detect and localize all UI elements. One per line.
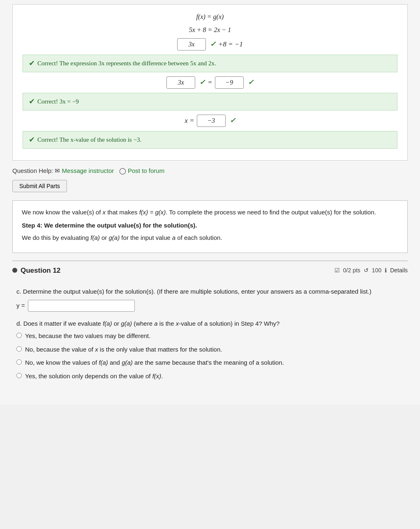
check-4: ✓ (230, 115, 235, 126)
attempts-icon: ↺ (364, 266, 369, 275)
radio-label-3: No, we know the values of f(a) and g(a) … (25, 358, 284, 368)
equation-2: 5x + 8 = 2x − 1 (23, 25, 397, 35)
post-to-forum-link[interactable]: Post to forum (128, 167, 164, 174)
correct2-text: Correct! 3x = −9 (37, 97, 79, 106)
question-meta: ☑ 0/2 pts ↺ 100 ℹ Details (335, 266, 408, 275)
message-icon: ✉ (55, 167, 60, 174)
check-1: ✓ (210, 39, 216, 50)
equation-1: f(x) = g(x) (23, 12, 397, 22)
eq2-text: 5x + 8 = 2x − 1 (189, 26, 231, 33)
question-12-body: c. Determine the output value(s) for the… (12, 287, 408, 381)
check-icon-3: ✔ (29, 134, 35, 145)
info-para2: We do this by evaluating f(a) or g(a) fo… (22, 233, 398, 243)
radio-4[interactable] (16, 373, 22, 378)
question-help-label: Question Help: (12, 167, 53, 174)
edit-icon: ☑ (335, 266, 340, 275)
radio-option-2[interactable]: No, because the value of x is the only v… (16, 345, 404, 354)
check-2: ✓ (199, 77, 205, 88)
question-bullet (12, 268, 17, 273)
radio-option-4[interactable]: Yes, the solution only depends on the va… (16, 372, 404, 381)
equation-row-3x-neg9: 3x ✓ = −9 ✓ (23, 76, 397, 89)
x-eq-label: x = (185, 115, 194, 126)
info-icon: ℹ (385, 266, 387, 275)
radio-option-3[interactable]: No, we know the values of f(a) and g(a) … (16, 358, 404, 368)
input-box-neg3: −3 (197, 115, 226, 127)
check-icon-2: ✔ (29, 96, 35, 107)
correct-banner-3: ✔ Correct! The x-value of the solution i… (23, 131, 397, 149)
radio-label-2: No, because the value of x is the only v… (25, 345, 222, 354)
question-12-header: Question 12 ☑ 0/2 pts ↺ 100 ℹ Details (12, 260, 408, 280)
part-c-label: c. Determine the output value(s) for the… (16, 287, 404, 297)
step-title: Step 4: We determine the output value(s)… (22, 221, 398, 230)
equation-row-x: x = −3 ✓ (23, 115, 397, 127)
details-link[interactable]: Details (390, 266, 408, 275)
part-d: d. Does it matter if we evaluate f(a) or… (16, 319, 404, 381)
check-3: ✓ (248, 77, 254, 88)
part-c: c. Determine the output value(s) for the… (16, 287, 404, 312)
radio-label-4: Yes, the solution only depends on the va… (25, 372, 163, 381)
info-box: We now know the value(s) of x that makes… (12, 200, 408, 253)
eq1-text: f(x) = g(x) (196, 13, 224, 20)
input-box-neg9: −9 (215, 76, 244, 89)
correct-banner-1: ✔ Correct! The expression 3x represents … (23, 55, 397, 72)
attempts-count: 100 (372, 266, 381, 275)
y-input[interactable] (28, 300, 135, 312)
message-instructor-link[interactable]: Message instructor (62, 167, 114, 174)
correct-banner-2: ✔ Correct! 3x = −9 (23, 93, 397, 110)
input-box-3x-2: 3x (166, 76, 195, 89)
eq3-middle: = (208, 77, 212, 88)
question-help-line: Question Help: ✉ Message instructor ◯ Po… (12, 166, 408, 176)
radio-option-1[interactable]: Yes, because the two values may be diffe… (16, 331, 404, 341)
submit-all-parts-button[interactable]: Submit All Parts (12, 180, 67, 192)
correct1-text: Correct! The expression 3x represents th… (37, 59, 216, 68)
radio-1[interactable] (16, 333, 22, 338)
radio-3[interactable] (16, 359, 22, 365)
question-number: Question 12 (21, 265, 60, 276)
post-icon: ◯ (119, 167, 126, 174)
question-title: Question 12 (12, 265, 60, 276)
page-container: f(x) = g(x) 5x + 8 = 2x − 1 3x ✓ +8 = −1… (0, 0, 420, 405)
part-d-label: d. Does it matter if we evaluate f(a) or… (16, 319, 404, 329)
equation-row-3x: 3x ✓ +8 = −1 (23, 38, 397, 51)
answer-y-line: y = (16, 300, 404, 312)
radio-label-1: Yes, because the two values may be diffe… (25, 331, 150, 341)
radio-2[interactable] (16, 346, 22, 352)
check-icon-1: ✔ (29, 58, 35, 69)
correct3-text: Correct! The x-value of the solution is … (37, 135, 141, 145)
math-steps-section: f(x) = g(x) 5x + 8 = 2x − 1 3x ✓ +8 = −1… (12, 4, 408, 161)
y-label: y = (16, 301, 25, 310)
plus8-text: +8 = −1 (218, 39, 243, 50)
pts-label: 0/2 pts (343, 266, 360, 275)
input-box-3x-1: 3x (177, 38, 206, 51)
info-para1: We now know the value(s) of x that makes… (22, 207, 398, 217)
